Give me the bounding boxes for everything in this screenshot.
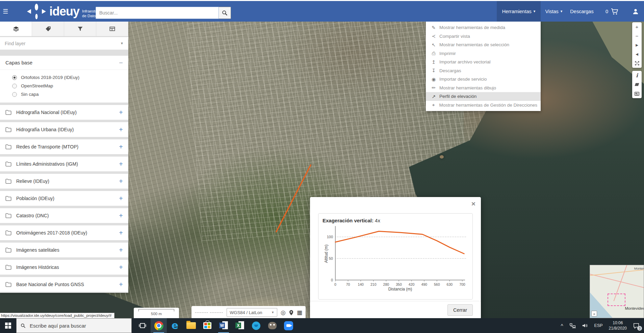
layer-group-catastro[interactable]: Catastro (DNC) + bbox=[0, 208, 128, 223]
attribute-table-button[interactable] bbox=[632, 89, 642, 98]
nav-descargas[interactable]: Descargas bbox=[567, 1, 597, 22]
task-view-button[interactable] bbox=[134, 318, 151, 333]
sidebar-gap bbox=[0, 50, 128, 55]
expand-plus-icon[interactable]: + bbox=[119, 281, 123, 288]
menu-item-descargas[interactable]: ↧Descargas bbox=[426, 66, 541, 75]
layer-group-relieve[interactable]: Relieve (IDEuy) + bbox=[0, 174, 128, 189]
prev-extent-button[interactable]: ◀ bbox=[632, 50, 642, 59]
system-tray: ^ ESP 10:0621/8/2020 bbox=[559, 318, 644, 333]
taskbar-zoom[interactable] bbox=[280, 318, 297, 333]
layer-group-limites-administrativos[interactable]: Límites Administrativos (IGM) + bbox=[0, 157, 128, 171]
layer-group-imagenes-historicas[interactable]: Imágenes Históricas + bbox=[0, 260, 128, 275]
menu-item-perfil-elevacion[interactable]: ↗Perfil de elevación bbox=[426, 92, 541, 101]
taskbar-search[interactable]: Escribe aquí para buscar bbox=[16, 318, 132, 333]
taskbar-drupal[interactable] bbox=[248, 318, 264, 333]
table-icon bbox=[109, 26, 115, 32]
taskbar-chrome[interactable] bbox=[151, 318, 167, 333]
nav-user[interactable] bbox=[627, 1, 644, 22]
expand-plus-icon[interactable]: + bbox=[119, 178, 123, 185]
overview-minimap[interactable]: Montev Montevideo » bbox=[590, 265, 644, 318]
language-indicator[interactable]: ESP bbox=[592, 318, 605, 333]
graticule-button[interactable]: ▦ bbox=[297, 310, 302, 315]
menu-item-imprimir[interactable]: ⎙Imprimir bbox=[426, 49, 541, 58]
svg-text:50: 50 bbox=[329, 256, 333, 260]
menu-item-compartir[interactable]: ≺Compartir vista bbox=[426, 32, 541, 41]
radio-ortofotos[interactable]: Ortofotos 2018-2019 (IDEuy) bbox=[0, 73, 128, 82]
expand-plus-icon[interactable]: + bbox=[119, 247, 123, 253]
taskbar-word[interactable]: W bbox=[215, 318, 232, 333]
layer-group-imagenes-satelitales[interactable]: Imágenes satelitales + bbox=[0, 243, 128, 257]
hamburger-menu-icon[interactable]: ☰ bbox=[3, 8, 8, 15]
close-icon[interactable]: × bbox=[471, 200, 475, 208]
identify-button[interactable]: i bbox=[632, 71, 642, 80]
tab-filter[interactable] bbox=[64, 22, 96, 36]
projection-select[interactable]: WGS84 / LatLon ▼ bbox=[227, 308, 277, 317]
excel-icon: X bbox=[235, 321, 244, 330]
chrome-icon bbox=[154, 321, 163, 330]
radio-sin-capa[interactable]: Sin capa bbox=[0, 90, 128, 99]
zoom-in-button[interactable]: + bbox=[632, 22, 642, 31]
nav-herramientas[interactable]: Herramientas ▾ bbox=[497, 1, 541, 22]
network-button[interactable] bbox=[567, 318, 578, 333]
minimap-collapse-button[interactable]: » bbox=[591, 311, 597, 316]
menu-item-importar-archivo[interactable]: ↥Importar archivo vectorial bbox=[426, 58, 541, 66]
menu-item-gestion-direcciones[interactable]: ⌖Mostrar herramientas de Gestión de Dire… bbox=[426, 101, 541, 110]
layer-group-poblacion[interactable]: Población (IDEuy) + bbox=[0, 191, 128, 206]
tab-table[interactable] bbox=[96, 22, 128, 36]
expand-plus-icon[interactable]: + bbox=[119, 229, 123, 236]
locate-button[interactable]: ◎ bbox=[281, 310, 286, 315]
collapse-icon[interactable]: − bbox=[119, 59, 123, 66]
notification-center-button[interactable]: 3 bbox=[630, 318, 642, 333]
menu-item-medida[interactable]: ✎Mostrar herramientas de medida bbox=[426, 23, 541, 32]
taskbar-gimp[interactable] bbox=[264, 318, 280, 333]
cerrar-button[interactable]: Cerrar bbox=[447, 304, 473, 316]
next-extent-button[interactable]: ▶ bbox=[632, 40, 642, 50]
base-layers-header[interactable]: Capas base − bbox=[0, 56, 128, 70]
search-button[interactable] bbox=[219, 7, 231, 19]
eraser-button[interactable] bbox=[632, 80, 642, 89]
download-icon: ↧ bbox=[429, 68, 438, 73]
taskbar-store[interactable] bbox=[199, 318, 215, 333]
search-input[interactable] bbox=[96, 7, 219, 19]
start-button[interactable] bbox=[0, 318, 16, 333]
menu-item-seleccion[interactable]: ↖Mostrar herramientas de selección bbox=[426, 40, 541, 49]
tray-chevron-icon[interactable]: ^ bbox=[559, 318, 566, 333]
nav-cart[interactable]: 0 bbox=[597, 1, 627, 22]
funnel-icon bbox=[77, 26, 83, 32]
clock[interactable]: 10:0621/8/2020 bbox=[607, 318, 629, 333]
zoom-out-button[interactable]: − bbox=[632, 31, 642, 40]
expand-plus-icon[interactable]: + bbox=[119, 212, 123, 219]
minimap-viewport-rect[interactable] bbox=[608, 294, 625, 306]
word-icon: W bbox=[219, 321, 228, 330]
taskbar-edge[interactable]: e bbox=[167, 318, 183, 333]
layer-group-ortoimagenes[interactable]: Ortoimágenes 2017-2018 (IDEuy) + bbox=[0, 225, 128, 240]
expand-plus-icon[interactable]: + bbox=[119, 264, 123, 271]
tab-tags[interactable] bbox=[32, 22, 64, 36]
expand-plus-icon[interactable]: + bbox=[119, 109, 123, 116]
folder-icon bbox=[5, 196, 11, 201]
fullscreen-button[interactable] bbox=[632, 59, 642, 68]
layer-group-redes-transporte[interactable]: Redes de Transporte (MTOP) + bbox=[0, 139, 128, 154]
taskbar-excel[interactable]: X bbox=[232, 318, 248, 333]
scale-bar: 500 m bbox=[134, 308, 179, 319]
expand-plus-icon[interactable]: + bbox=[119, 143, 123, 150]
marker-button[interactable] bbox=[289, 310, 293, 315]
layer-group-puntos-gnss[interactable]: Base Nacional de Puntos GNSS + bbox=[0, 277, 128, 292]
taskbar-file-explorer[interactable] bbox=[183, 318, 199, 333]
tab-layers[interactable] bbox=[0, 22, 32, 36]
radio-openstreetmap[interactable]: OpenStreetMap bbox=[0, 82, 128, 90]
expand-plus-icon[interactable]: + bbox=[119, 126, 123, 133]
layer-group-hidrografia-urbana[interactable]: Hidrografía Urbana (IDEuy) + bbox=[0, 122, 128, 137]
layer-group-hidrografia-nacional[interactable]: Hidrografía Nacional (IDEuy) + bbox=[0, 105, 128, 120]
menu-item-importar-servicio[interactable]: ◉Importar desde servicio bbox=[426, 75, 541, 84]
map-marker-icon bbox=[289, 310, 293, 315]
tag-icon bbox=[45, 26, 51, 32]
svg-text:210: 210 bbox=[370, 282, 377, 286]
dialog-footer: Cerrar bbox=[310, 301, 481, 319]
nav-vistas[interactable]: Vistas ▾ bbox=[541, 1, 567, 22]
expand-plus-icon[interactable]: + bbox=[119, 195, 123, 202]
menu-item-dibujo[interactable]: ✏Mostrar herramientas dibujo bbox=[426, 84, 541, 92]
expand-plus-icon[interactable]: + bbox=[119, 161, 123, 167]
find-layer-select[interactable]: Find layer ▼ bbox=[0, 37, 128, 50]
volume-button[interactable] bbox=[579, 318, 591, 333]
